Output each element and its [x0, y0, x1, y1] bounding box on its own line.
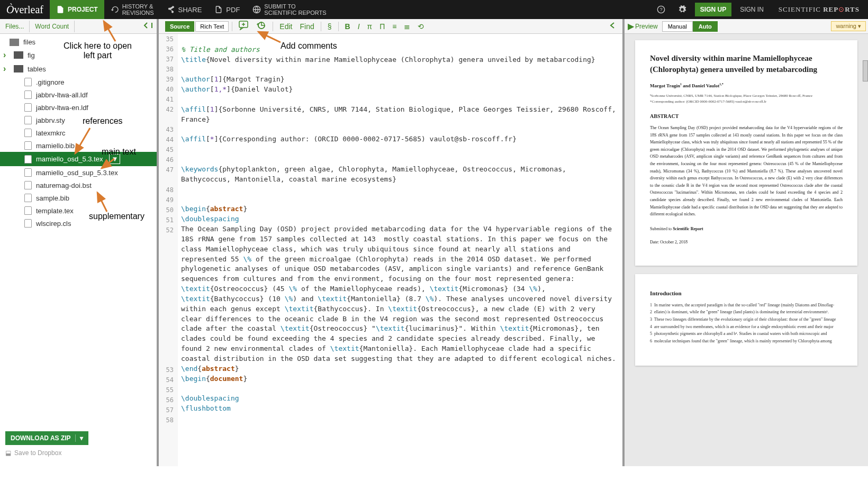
- file-icon: [24, 194, 32, 202]
- project-button[interactable]: PROJECT: [50, 0, 104, 19]
- caret-down-icon: ▾: [75, 434, 83, 442]
- preview-panel: ▶ Preview Manual Auto warning ▾ Novel di…: [625, 19, 868, 466]
- pdf-submitted: Submitted to Scientific Report: [650, 226, 843, 231]
- resize-handle[interactable]: [863, 60, 868, 81]
- add-comment-button[interactable]: [236, 20, 252, 33]
- find-menu[interactable]: Find: [296, 21, 317, 32]
- download-zip-button[interactable]: DOWNLOAD AS ZIP▾: [5, 431, 88, 445]
- file-dropdown-icon[interactable]: ▼: [109, 154, 120, 164]
- file-label: naturemag-doi.bst: [36, 181, 92, 189]
- history-button[interactable]: HISTORY & REVISIONS: [104, 0, 160, 19]
- file-label: jabbrv-ltwa-all.ldf: [36, 91, 88, 99]
- undo-history-icon: [257, 21, 266, 30]
- pdf-authors: Margot Tragin1 and Daniel Vaulot1,*: [650, 83, 843, 88]
- file-label: jabbrv.sty: [36, 116, 65, 124]
- pdf-page-2: Introduction 1 In marine waters, the acc…: [635, 274, 857, 366]
- file-item[interactable]: mamiello_osd_5.3.tex▼: [0, 152, 157, 166]
- globe-icon: [252, 5, 261, 14]
- save-dropbox-button[interactable]: ⬓ Save to Dropbox: [5, 445, 151, 461]
- submit-button[interactable]: SUBMIT TO SCIENTIFIC REPORTS: [246, 0, 332, 19]
- file-icon: [24, 181, 32, 189]
- file-item[interactable]: jabbrv-ltwa-all.ldf: [0, 88, 157, 101]
- wordcount-button[interactable]: Word Count: [30, 21, 75, 32]
- collapse-editor-button[interactable]: [605, 22, 620, 31]
- file-label: wlscirep.cls: [36, 220, 71, 228]
- file-item[interactable]: naturemag-doi.bst: [0, 179, 157, 192]
- help-icon: ?: [657, 5, 665, 14]
- file-icon: [24, 168, 32, 177]
- share-button[interactable]: SHARE: [160, 0, 209, 19]
- file-item[interactable]: .gitignore: [0, 76, 157, 88]
- richtext-tab[interactable]: Rich Text: [195, 21, 229, 32]
- folder-tables[interactable]: › tables: [0, 62, 157, 76]
- warning-button[interactable]: warning ▾: [831, 21, 866, 31]
- file-item[interactable]: jabbrv.sty: [0, 114, 157, 126]
- sigma-button[interactable]: Π: [376, 21, 388, 32]
- pdf-icon: [214, 5, 223, 14]
- code-editor[interactable]: 3536373839404142434445464748495051525354…: [159, 34, 622, 466]
- pdf-affil-1: ¹Sorbonne Université, CNRS, UMR 7144, St…: [650, 94, 843, 98]
- section-button[interactable]: §: [324, 21, 335, 32]
- folder-fig[interactable]: › fig: [0, 48, 157, 62]
- file-item[interactable]: mamiello.bib: [0, 139, 157, 152]
- share-icon: [167, 5, 175, 14]
- file-icon: [24, 90, 32, 99]
- source-tab[interactable]: Source: [165, 21, 194, 32]
- file-panel: Files... Word Count files › fig › tables: [0, 19, 159, 466]
- editor-panel: Source Rich Text Edit Find § B I π Π ≡ ≣…: [159, 19, 625, 466]
- bold-button[interactable]: B: [342, 21, 354, 32]
- file-tree: files › fig › tables .gitignorejabbrv-lt…: [0, 34, 157, 426]
- file-icon: [24, 141, 32, 150]
- file-item[interactable]: jabbrv-ltwa-en.ldf: [0, 101, 157, 114]
- line-gutter: 3536373839404142434445464748495051525354…: [159, 34, 178, 466]
- pdf-abstract-heading: ABSTRACT: [650, 113, 843, 119]
- file-item[interactable]: sample.bib: [0, 192, 157, 204]
- signup-button[interactable]: SIGN UP: [695, 3, 731, 16]
- file-icon: [24, 206, 32, 215]
- folder-icon: [14, 65, 23, 72]
- top-toolbar: Òverleaf PROJECT HISTORY & REVISIONS SHA…: [0, 0, 868, 19]
- bullet-list-button[interactable]: ≣: [401, 21, 413, 32]
- pi-button[interactable]: π: [364, 21, 376, 32]
- help-button[interactable]: ?: [650, 0, 672, 19]
- file-label: mamiello_osd_sup_5.3.tex: [36, 169, 118, 177]
- file-item[interactable]: mamiello_osd_sup_5.3.tex: [0, 166, 157, 179]
- overleaf-logo[interactable]: Òverleaf: [0, 4, 50, 16]
- file-label: mamiello.bib: [36, 142, 75, 150]
- file-icon: [24, 116, 32, 124]
- collapse-panel-button[interactable]: [139, 20, 157, 33]
- file-item[interactable]: wlscirep.cls: [0, 217, 157, 230]
- pdf-affil-2: *Corresponding author: (ORCID 0000-0002-…: [650, 99, 843, 104]
- files-menu-button[interactable]: Files...: [0, 21, 30, 32]
- collapse-left-icon: [143, 22, 152, 29]
- folder-root[interactable]: files: [0, 36, 157, 48]
- file-label: sample.bib: [36, 194, 69, 202]
- history-button[interactable]: [254, 20, 269, 33]
- pdf-button[interactable]: PDF: [208, 0, 246, 19]
- play-icon[interactable]: ▶: [627, 21, 635, 31]
- settings-button[interactable]: [672, 0, 693, 19]
- signin-button[interactable]: SIGN IN: [734, 6, 770, 13]
- link-button[interactable]: ⟲: [414, 21, 427, 32]
- file-item[interactable]: latexmkrc: [0, 126, 157, 139]
- svg-text:?: ?: [659, 7, 662, 12]
- manual-button[interactable]: Manual: [662, 21, 693, 32]
- file-icon: [24, 103, 32, 112]
- italic-button[interactable]: I: [355, 21, 363, 32]
- file-label: .gitignore: [36, 78, 64, 86]
- preview-label[interactable]: Preview: [635, 23, 662, 30]
- edit-menu[interactable]: Edit: [276, 21, 295, 32]
- file-item[interactable]: template.tex: [0, 204, 157, 217]
- file-label: mamiello_osd_5.3.tex: [36, 155, 103, 163]
- chevron-right-icon: ›: [3, 64, 10, 74]
- folder-icon: [14, 51, 23, 59]
- pdf-intro-text: 1 In marine waters, the accepted paradig…: [650, 302, 843, 345]
- file-icon: [24, 155, 32, 164]
- auto-button[interactable]: Auto: [693, 21, 718, 32]
- numbered-list-button[interactable]: ≡: [389, 21, 400, 32]
- file-label: jabbrv-ltwa-en.ldf: [36, 104, 88, 112]
- file-icon: [24, 78, 32, 86]
- pdf-page-1: Novel diversity within marine Mamielloph…: [635, 40, 857, 266]
- collapse-left-icon: [609, 22, 617, 29]
- pdf-preview[interactable]: Novel diversity within marine Mamielloph…: [625, 34, 868, 466]
